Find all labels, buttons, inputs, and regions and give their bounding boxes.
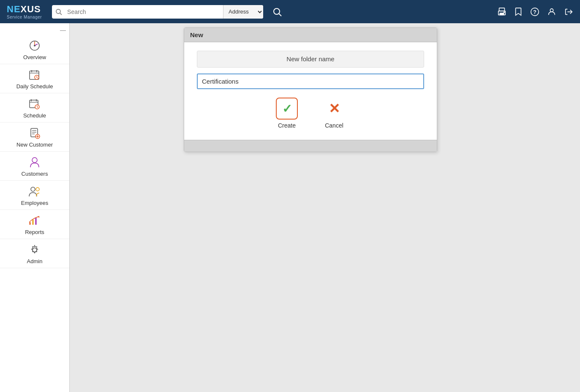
sidebar-label-admin: Admin bbox=[27, 258, 43, 264]
logo-xus: XUS bbox=[21, 4, 41, 14]
schedule-icon bbox=[27, 98, 42, 111]
cancel-icon: ✕ bbox=[323, 98, 345, 120]
search-button[interactable] bbox=[268, 7, 286, 16]
sidebar-label-daily-schedule: Daily Schedule bbox=[16, 83, 53, 90]
main-layout: — Overview bbox=[0, 23, 580, 392]
sidebar-item-new-customer[interactable]: New Customer bbox=[0, 122, 69, 152]
daily-schedule-icon bbox=[27, 68, 42, 82]
create-label: Create bbox=[278, 122, 296, 129]
svg-point-33 bbox=[36, 188, 39, 191]
sidebar-item-daily-schedule[interactable]: Daily Schedule bbox=[0, 64, 69, 93]
content-area: New New folder name ✓ Create bbox=[70, 23, 580, 392]
overview-icon bbox=[27, 39, 42, 53]
admin-icon bbox=[27, 243, 42, 257]
sidebar-label-new-customer: New Customer bbox=[16, 142, 53, 148]
sidebar-label-overview: Overview bbox=[23, 54, 46, 60]
new-customer-icon bbox=[27, 127, 42, 140]
svg-text:?: ? bbox=[533, 8, 536, 15]
bookmark-icon[interactable] bbox=[514, 7, 523, 16]
cancel-button[interactable]: ✕ Cancel bbox=[323, 98, 345, 129]
search-input[interactable] bbox=[65, 7, 223, 17]
search-type-dropdown[interactable]: Address Customer Employee bbox=[223, 5, 263, 19]
sidebar-item-overview[interactable]: Overview bbox=[0, 35, 69, 64]
employees-icon bbox=[27, 185, 42, 199]
svg-point-13 bbox=[34, 45, 35, 46]
sidebar-item-admin[interactable]: Admin bbox=[0, 239, 69, 268]
app-header: NEXUS Service Manager Address Customer E… bbox=[0, 0, 580, 23]
modal-titlebar: New bbox=[184, 28, 437, 42]
svg-point-32 bbox=[31, 187, 35, 191]
user-icon[interactable] bbox=[547, 7, 556, 16]
modal-field-label: New folder name bbox=[286, 55, 334, 63]
logout-icon[interactable] bbox=[564, 7, 573, 16]
svg-point-0 bbox=[56, 9, 60, 14]
app-logo: NEXUS Service Manager bbox=[7, 4, 42, 19]
svg-point-10 bbox=[550, 8, 553, 11]
folder-name-input[interactable] bbox=[197, 74, 424, 89]
modal-body: New folder name ✓ Create bbox=[184, 42, 437, 140]
sidebar-label-reports: Reports bbox=[25, 229, 44, 235]
logo-ne: NE bbox=[7, 4, 21, 14]
svg-line-3 bbox=[279, 14, 281, 16]
svg-point-2 bbox=[274, 8, 280, 14]
sidebar-item-employees[interactable]: Employees bbox=[0, 181, 69, 210]
svg-line-1 bbox=[60, 13, 62, 15]
cancel-label: Cancel bbox=[325, 122, 343, 129]
sidebar-item-schedule[interactable]: Schedule bbox=[0, 93, 69, 122]
sidebar-label-schedule: Schedule bbox=[23, 112, 46, 119]
help-icon[interactable]: ? bbox=[530, 7, 539, 16]
header-icons: ? bbox=[497, 7, 573, 16]
svg-rect-4 bbox=[499, 8, 505, 11]
sidebar-collapse-button[interactable]: — bbox=[60, 27, 66, 33]
logo-subtitle: Service Manager bbox=[7, 15, 42, 19]
modal-actions: ✓ Create ✕ Cancel bbox=[197, 89, 424, 136]
search-container: Address Customer Employee bbox=[52, 5, 263, 19]
svg-point-31 bbox=[32, 158, 37, 163]
reports-icon bbox=[27, 214, 42, 228]
sidebar-item-reports[interactable]: Reports bbox=[0, 210, 69, 239]
search-icon-left bbox=[52, 8, 65, 15]
create-button[interactable]: ✓ Create bbox=[276, 98, 298, 129]
customers-icon bbox=[27, 156, 42, 169]
new-folder-dialog: New New folder name ✓ Create bbox=[184, 27, 437, 152]
sidebar: — Overview bbox=[0, 23, 70, 392]
modal-label-row: New folder name bbox=[197, 51, 424, 68]
sidebar-item-customers[interactable]: Customers bbox=[0, 152, 69, 181]
sidebar-label-employees: Employees bbox=[21, 200, 48, 206]
svg-point-7 bbox=[504, 12, 505, 13]
print-icon[interactable] bbox=[497, 7, 506, 16]
sidebar-label-customers: Customers bbox=[22, 171, 48, 177]
modal-box: New New folder name ✓ Create bbox=[184, 27, 437, 152]
modal-footer bbox=[184, 140, 437, 152]
create-icon: ✓ bbox=[276, 98, 298, 120]
modal-title: New bbox=[190, 31, 203, 38]
svg-rect-6 bbox=[500, 13, 504, 15]
